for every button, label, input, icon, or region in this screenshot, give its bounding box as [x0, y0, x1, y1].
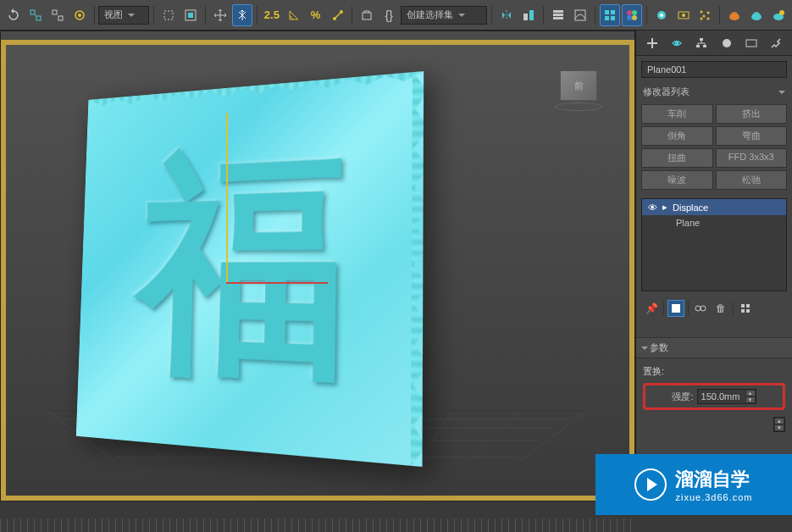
named-selection-button[interactable] — [357, 4, 377, 26]
secondary-down-button[interactable]: ▼ — [774, 424, 784, 431]
scale-button[interactable]: 2.5 — [262, 4, 282, 26]
params-rollup-header[interactable]: 参数 — [636, 337, 792, 358]
visibility-icon[interactable]: 👁 — [647, 202, 657, 213]
svg-point-31 — [701, 10, 703, 13]
modify-tab[interactable] — [667, 34, 686, 53]
render-production-button[interactable] — [746, 4, 767, 26]
particle-button[interactable] — [695, 4, 716, 26]
gizmo-x-axis[interactable] — [226, 282, 328, 284]
watermark-title: 溜溜自学 — [675, 467, 752, 492]
strength-label: 强度: — [672, 391, 693, 403]
spinner-snap-button[interactable] — [328, 4, 348, 26]
svg-rect-21 — [605, 16, 609, 20]
svg-rect-17 — [553, 17, 563, 19]
svg-rect-1 — [36, 16, 41, 20]
displaced-plane-object[interactable]: 福 — [61, 83, 417, 447]
display-tab[interactable] — [742, 34, 761, 53]
view-dropdown[interactable]: 视图 — [98, 6, 149, 25]
svg-point-10 — [333, 17, 336, 20]
stack-item-label: Displace — [673, 202, 708, 213]
utilities-tab[interactable] — [767, 34, 785, 53]
move-button[interactable] — [210, 4, 230, 26]
svg-rect-15 — [553, 10, 563, 13]
create-tab[interactable] — [643, 34, 662, 53]
svg-point-34 — [707, 17, 710, 19]
params-rollup-label: 参数 — [650, 341, 668, 354]
mod-btn-noise[interactable]: 噪波 — [641, 170, 713, 190]
secondary-spinner[interactable]: ▲ ▼ — [773, 417, 785, 432]
select-link-button[interactable] — [25, 4, 46, 26]
modifier-list-dropdown[interactable]: 修改器列表 — [636, 83, 792, 101]
configure-sets-button[interactable] — [737, 300, 754, 317]
render-setup-button[interactable] — [651, 4, 672, 26]
make-unique-button[interactable] — [692, 300, 709, 317]
secondary-up-button[interactable]: ▲ — [774, 418, 784, 424]
strength-up-button[interactable]: ▲ — [745, 390, 756, 396]
layer-button[interactable] — [548, 4, 568, 26]
mod-btn-relax[interactable]: 松驰 — [716, 170, 788, 190]
select-region-button[interactable] — [180, 4, 201, 26]
svg-rect-4 — [58, 16, 63, 20]
gizmo-y-axis[interactable] — [226, 113, 228, 282]
main-toolbar: 视图 2.5 % {} 创建选择集 — [0, 0, 792, 30]
svg-rect-16 — [553, 14, 563, 16]
strength-input[interactable] — [698, 390, 745, 403]
render-button[interactable] — [724, 4, 745, 26]
selection-set-dropdown[interactable]: 创建选择集 — [401, 6, 487, 25]
timeline[interactable] — [0, 518, 635, 532]
undo-button[interactable] — [3, 4, 24, 26]
mod-btn-bend[interactable]: 弯曲 — [716, 126, 788, 146]
hierarchy-tab[interactable] — [692, 34, 711, 53]
select-button[interactable] — [158, 4, 179, 26]
percent-snap-button[interactable]: % — [306, 4, 326, 26]
svg-rect-68 — [746, 309, 750, 313]
curly-brace-button[interactable]: {} — [379, 4, 399, 26]
show-end-result-button[interactable] — [667, 300, 684, 317]
percent-icon: % — [311, 8, 321, 21]
remove-modifier-button[interactable]: 🗑 — [712, 300, 729, 317]
pin-stack-button[interactable]: 📌 — [643, 300, 660, 317]
material-editor-button[interactable] — [622, 4, 642, 26]
mirror-button[interactable] — [496, 4, 517, 26]
render-frame-button[interactable] — [673, 4, 694, 26]
svg-line-53 — [520, 411, 588, 462]
mod-btn-twist[interactable]: 扭曲 — [641, 148, 713, 168]
svg-rect-57 — [700, 38, 703, 41]
mod-btn-lathe[interactable]: 车削 — [641, 104, 713, 124]
viewcube-face[interactable]: 前 — [560, 70, 597, 101]
modifier-list-label: 修改器列表 — [643, 86, 690, 98]
stack-item-plane[interactable]: Plane — [642, 215, 786, 230]
svg-rect-12 — [363, 13, 371, 19]
svg-rect-67 — [741, 309, 745, 313]
view-dropdown-label: 视图 — [104, 8, 123, 21]
strength-down-button[interactable]: ▼ — [745, 396, 756, 403]
svg-rect-14 — [529, 10, 534, 20]
svg-rect-22 — [611, 16, 615, 20]
svg-rect-7 — [164, 11, 173, 19]
schematic-view-button[interactable] — [600, 4, 620, 26]
motion-tab[interactable] — [717, 34, 736, 53]
viewcube[interactable]: 前 — [553, 70, 604, 108]
align-button[interactable] — [518, 4, 539, 26]
svg-rect-58 — [696, 45, 700, 47]
svg-rect-19 — [605, 10, 609, 14]
mod-btn-extrude[interactable]: 挤出 — [716, 104, 788, 124]
strength-spinner[interactable]: ▲ ▼ — [697, 389, 756, 404]
unlink-button[interactable] — [47, 4, 68, 26]
rollup-arrow-icon — [641, 346, 648, 350]
angle-snap-button[interactable] — [284, 4, 304, 26]
expand-icon[interactable]: ▸ — [662, 202, 667, 213]
render-last-button[interactable] — [768, 4, 789, 26]
viewport[interactable]: 福 前 — [0, 30, 635, 502]
viewcube-ring[interactable] — [555, 103, 602, 111]
mod-btn-ffd[interactable]: FFD 3x3x3 — [716, 148, 788, 168]
object-name-field[interactable]: Plane001 — [641, 61, 787, 78]
stack-item-displace[interactable]: 👁 ▸ Displace — [642, 199, 786, 215]
mod-btn-bevel[interactable]: 倒角 — [641, 126, 713, 146]
modifier-stack[interactable]: 👁 ▸ Displace Plane — [641, 198, 787, 291]
svg-line-52 — [469, 411, 520, 462]
curve-editor-button[interactable] — [570, 4, 590, 26]
rotate-button[interactable] — [232, 4, 252, 26]
command-panel: Plane001 修改器列表 车削 挤出 倒角 弯曲 扭曲 FFD 3x3x3 … — [635, 30, 792, 502]
bind-button[interactable] — [69, 4, 90, 26]
